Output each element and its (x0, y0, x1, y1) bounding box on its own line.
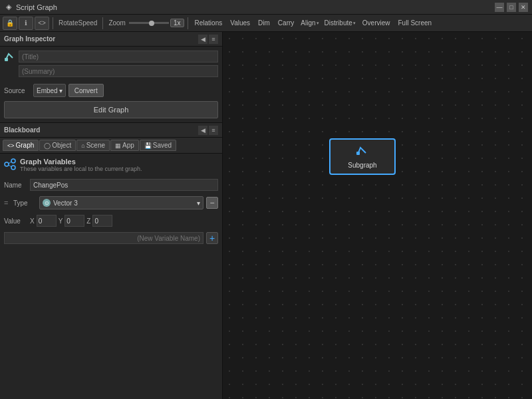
name-label: Name (4, 182, 27, 189)
maximize-button[interactable]: □ (507, 3, 516, 12)
blackboard-tabs: <> Graph ◯ Object ⌂ Scene ▦ App 💾 Sav (0, 138, 222, 154)
canvas-area[interactable]: Subgraph (223, 32, 532, 399)
title-bar: ◈ Script Graph — □ ✕ (0, 0, 532, 15)
value-row: Value X Y Z (4, 213, 218, 228)
toolbar-distribute-btn[interactable]: Distribute ▾ (323, 19, 358, 27)
title-input[interactable] (19, 51, 218, 63)
svg-line-4 (9, 162, 11, 164)
blackboard-menu-btn[interactable]: ≡ (209, 126, 218, 135)
tab-object[interactable]: ◯ Object (39, 140, 76, 151)
graph-variables-desc: These variables are local to the current… (20, 166, 142, 172)
window-title: Script Graph (16, 3, 495, 11)
inspector-expand-btn[interactable]: ◀ (198, 35, 207, 44)
svg-line-5 (9, 165, 11, 167)
zoom-label: Zoom (106, 19, 128, 27)
graph-variables-title: Graph Variables (20, 158, 142, 166)
value-label: Value (4, 217, 27, 225)
type-dropdown[interactable]: ⊙ Vector 3 ▾ (39, 196, 203, 209)
graph-variables-icon (4, 158, 16, 172)
blackboard-controls: ◀ ≡ (198, 126, 218, 135)
z-input[interactable] (92, 215, 112, 227)
close-button[interactable]: ✕ (519, 3, 528, 12)
blackboard-header: Blackboard ◀ ≡ (0, 123, 222, 138)
inspector-body (0, 47, 222, 81)
main-layout: Graph Inspector ◀ ≡ Source (0, 32, 532, 399)
lock-button[interactable]: 🔒 (3, 17, 17, 30)
toolbar-divider-3 (188, 17, 188, 29)
inspector-menu-btn[interactable]: ≡ (209, 35, 218, 44)
rotate-label: RotateSpeed (57, 19, 99, 27)
subgraph-node[interactable]: Subgraph (329, 138, 396, 175)
add-variable-button[interactable]: + (206, 232, 218, 244)
summary-row (4, 65, 218, 77)
tab-app[interactable]: ▦ App (110, 140, 139, 151)
graph-variables-text: Graph Variables These variables are loca… (20, 158, 142, 172)
graph-variables-header: Graph Variables These variables are loca… (4, 158, 218, 175)
app-tab-icon: ▦ (115, 142, 121, 149)
type-label: Type (13, 200, 37, 207)
z-label: Z (86, 217, 90, 225)
code-button[interactable]: <> (35, 17, 49, 30)
summary-input[interactable] (19, 65, 218, 77)
toolbar-values-btn[interactable]: Values (227, 19, 253, 27)
new-variable-input[interactable] (4, 232, 203, 244)
type-row: = Type ⊙ Vector 3 ▾ − (4, 195, 218, 211)
inspector-controls: ◀ ≡ (198, 35, 218, 44)
name-input[interactable] (30, 179, 218, 191)
svg-rect-0 (5, 58, 8, 61)
source-label: Source (4, 87, 31, 94)
tab-graph[interactable]: <> Graph (3, 140, 39, 151)
toolbar-overview-btn[interactable]: Overview (359, 19, 394, 27)
source-row: Source Embed ▾ Convert (0, 81, 222, 100)
subgraph-icon (356, 145, 368, 160)
node-icon (4, 51, 16, 63)
zoom-value: 1x (170, 19, 184, 27)
main-toolbar: 🔒 ℹ <> RotateSpeed Zoom 1x Relations Val… (0, 15, 532, 32)
scene-tab-icon: ⌂ (81, 142, 84, 149)
minimize-button[interactable]: — (495, 3, 504, 12)
x-input[interactable] (37, 215, 57, 227)
source-dropdown[interactable]: Embed ▾ (33, 84, 66, 97)
toolbar-fullscreen-btn[interactable]: Full Screen (394, 19, 435, 27)
toolbar-align-btn[interactable]: Align ▾ (299, 19, 321, 27)
distribute-chevron-icon: ▾ (353, 21, 356, 26)
toolbar-dim-btn[interactable]: Dim (255, 19, 273, 27)
toolbar-carry-btn[interactable]: Carry (275, 19, 297, 27)
align-chevron-icon: ▾ (317, 21, 319, 26)
svg-point-1 (5, 162, 9, 166)
saved-tab-icon: 💾 (144, 142, 152, 149)
type-chevron-icon: ▾ (197, 200, 200, 207)
zoom-slider[interactable] (129, 22, 169, 24)
equals-sign: = (4, 199, 11, 207)
type-dropdown-left: ⊙ Vector 3 (43, 199, 78, 207)
graph-inspector-header: Graph Inspector ◀ ≡ (0, 32, 222, 47)
y-label: Y (59, 217, 63, 225)
zoom-handle (149, 21, 154, 26)
subgraph-label: Subgraph (348, 162, 376, 169)
toolbar-relations-btn[interactable]: Relations (192, 19, 226, 27)
app-icon: ◈ (4, 3, 13, 12)
info-button[interactable]: ℹ (19, 17, 33, 30)
blackboard-title: Blackboard (4, 126, 40, 134)
svg-rect-6 (356, 152, 360, 155)
tab-scene[interactable]: ⌂ Scene (76, 140, 110, 151)
toolbar-divider-1 (53, 17, 53, 29)
convert-button[interactable]: Convert (68, 84, 104, 97)
toolbar-divider-2 (102, 17, 103, 29)
graph-tab-icon: <> (7, 142, 15, 149)
svg-point-3 (11, 166, 15, 170)
vector3-icon: ⊙ (43, 199, 51, 207)
source-chevron-icon: ▾ (59, 87, 63, 94)
tab-saved[interactable]: 💾 Saved (140, 140, 176, 151)
blackboard-expand-btn[interactable]: ◀ (198, 126, 207, 135)
remove-variable-button[interactable]: − (206, 197, 218, 209)
title-row (4, 51, 218, 63)
new-variable-row: + (4, 231, 218, 245)
edit-graph-button[interactable]: Edit Graph (4, 101, 218, 118)
y-input[interactable] (65, 215, 84, 227)
x-label: X (30, 217, 35, 225)
blackboard-section: Blackboard ◀ ≡ <> Graph ◯ Object ⌂ Scene (0, 122, 222, 399)
xyz-group: X Y Z (30, 215, 218, 227)
left-panel: Graph Inspector ◀ ≡ Source (0, 32, 223, 399)
svg-point-2 (11, 159, 15, 163)
